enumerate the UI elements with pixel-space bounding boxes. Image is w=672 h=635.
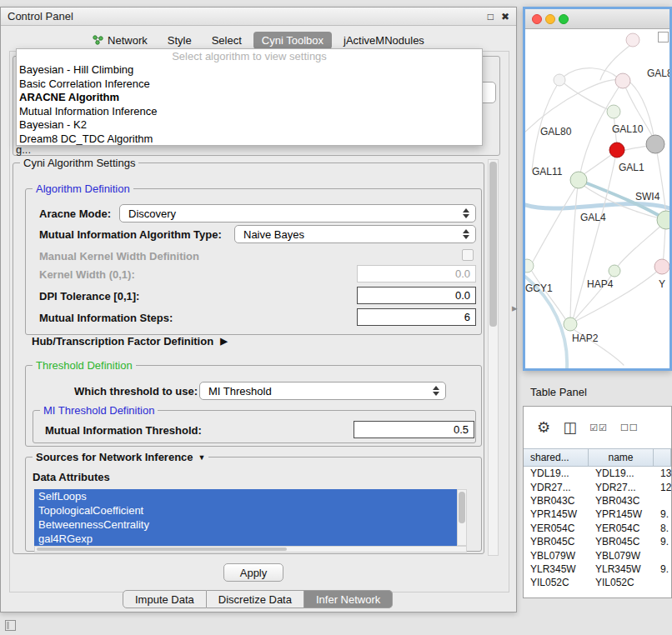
- settings-scrollbar[interactable]: [488, 159, 499, 556]
- network-node[interactable]: [615, 73, 630, 88]
- network-node[interactable]: [609, 265, 620, 277]
- table-row[interactable]: YLR345WYLR345W9.: [524, 562, 671, 576]
- splitter-collapse-icon[interactable]: ▸: [512, 302, 518, 314]
- network-node[interactable]: [564, 318, 577, 331]
- attributes-vertical-scrollbar[interactable]: [457, 489, 467, 546]
- zoom-traffic-light-icon[interactable]: [559, 14, 569, 24]
- table-row[interactable]: YDL19...YDL19...13: [524, 467, 671, 480]
- table-row[interactable]: YPR145WYPR145W9.: [524, 508, 671, 521]
- network-node[interactable]: [609, 142, 624, 158]
- table-row[interactable]: YDR27...YDR27...12: [524, 480, 671, 493]
- attribute-item[interactable]: TopologicalCoefficient: [34, 503, 457, 518]
- attributes-horizontal-scrollbar[interactable]: [34, 546, 467, 552]
- attribute-item[interactable]: SelfLoops: [34, 489, 457, 503]
- table-body: YDL19...YDL19...13YDR27...YDR27...12YBR0…: [524, 467, 671, 598]
- which-threshold-combo[interactable]: MI Threshold: [199, 382, 446, 400]
- network-edge[interactable]: [663, 225, 665, 263]
- network-view-window: GAL8GAL80GAL10GAL11GAL1SWI4GAL4GCY1HAP4Y…: [523, 7, 672, 371]
- network-node[interactable]: [554, 74, 565, 86]
- scrollbar-thumb[interactable]: [37, 548, 287, 551]
- sources-title-label: Sources for Network Inference: [36, 451, 193, 463]
- column-header-name[interactable]: name: [589, 449, 654, 466]
- node-label: GAL10: [612, 123, 644, 135]
- group-title: Algorithm Definition: [33, 182, 133, 195]
- cyni-algorithm-settings-group: Cyni Algorithm Settings Algorithm Defini…: [13, 162, 484, 554]
- network-graph[interactable]: GAL8GAL80GAL10GAL11GAL1SWI4GAL4GCY1HAP4Y…: [525, 30, 669, 368]
- tab-label: Cyni Toolbox: [262, 34, 323, 47]
- network-node[interactable]: [570, 172, 587, 188]
- close-icon[interactable]: ✖: [501, 12, 509, 22]
- close-traffic-light-icon[interactable]: [532, 14, 542, 24]
- panel-toggle-icon[interactable]: [5, 620, 16, 631]
- algorithm-option[interactable]: Bayesian - Hill Climbing: [17, 63, 482, 78]
- network-node[interactable]: [646, 135, 664, 153]
- tab-style[interactable]: Style: [159, 32, 200, 49]
- node-label: GAL11: [532, 166, 563, 178]
- control-panel-titlebar[interactable]: Control Panel □ ✖: [1, 8, 516, 26]
- table-cell: 9.: [654, 508, 671, 520]
- tab-infer-network[interactable]: Infer Network: [304, 590, 393, 608]
- network-node[interactable]: [607, 105, 620, 118]
- algorithm-option[interactable]: Dream8 DC_TDC Algorithm: [17, 132, 482, 146]
- network-node[interactable]: [626, 33, 639, 47]
- attribute-item[interactable]: gal4RGexp: [34, 532, 457, 546]
- hub-definition-section[interactable]: Hub/Transcription Factor Definition ▶: [32, 335, 228, 348]
- network-edge[interactable]: [532, 185, 577, 263]
- column-header-shared[interactable]: shared...: [524, 449, 589, 466]
- network-node[interactable]: [525, 259, 534, 272]
- tab-label: Select: [212, 34, 242, 47]
- mi-threshold-field[interactable]: 0.5: [354, 421, 474, 438]
- aracne-mode-combo[interactable]: Discovery: [119, 204, 476, 222]
- network-window-titlebar[interactable]: [525, 9, 669, 29]
- mi-algorithm-type-combo[interactable]: Naive Bayes: [234, 225, 476, 243]
- manual-kernel-checkbox[interactable]: [462, 249, 474, 261]
- attribute-item[interactable]: BetweennessCentrality: [34, 518, 457, 532]
- select-all-checkboxes-icon[interactable]: ☑☑: [589, 423, 608, 432]
- sources-group: Sources for Network Inference ▼ Data Att…: [25, 457, 482, 552]
- tab-jactivemnodules[interactable]: jActiveMNodules: [335, 32, 433, 49]
- network-edge[interactable]: [525, 80, 619, 132]
- table-cell: YIL052C: [524, 577, 589, 588]
- collapse-arrow-icon[interactable]: ▼: [198, 453, 206, 462]
- data-attributes-list[interactable]: SelfLoopsTopologicalCoefficientBetweenne…: [34, 489, 457, 546]
- tab-label: Infer Network: [316, 593, 380, 606]
- column-header-extra[interactable]: [654, 449, 671, 466]
- table-row[interactable]: YBR043CYBR043C: [524, 494, 671, 508]
- table-row[interactable]: YBL079WYBL079W: [524, 548, 671, 562]
- network-edge[interactable]: [600, 43, 633, 80]
- algorithm-popup-placeholder[interactable]: Select algorithm to view settings: [17, 49, 482, 63]
- clear-checkboxes-icon[interactable]: ☐☐: [620, 423, 639, 432]
- network-node[interactable]: [654, 259, 669, 274]
- algorithm-option[interactable]: Bayesian - K2: [17, 118, 482, 132]
- tab-network[interactable]: Network: [84, 32, 156, 49]
- table-row[interactable]: YIL052CYIL052C: [524, 576, 671, 589]
- tab-discretize-data[interactable]: Discretize Data: [207, 590, 304, 608]
- apply-button[interactable]: Apply: [223, 563, 283, 582]
- float-window-icon[interactable]: □: [488, 12, 494, 22]
- network-edge[interactable]: [564, 68, 619, 78]
- table-row[interactable]: YBR045CYBR045C9.: [524, 535, 671, 548]
- columns-icon[interactable]: ◫: [563, 420, 577, 435]
- algorithm-option[interactable]: Basic Correlation Inference: [17, 78, 482, 92]
- scrollbar-thumb[interactable]: [489, 162, 497, 327]
- tab-impute-data[interactable]: Impute Data: [123, 590, 207, 608]
- mi-steps-field[interactable]: 6: [357, 308, 476, 326]
- tab-cyni-toolbox[interactable]: Cyni Toolbox: [253, 32, 332, 49]
- network-edge[interactable]: [531, 270, 567, 322]
- data-attributes-label: Data Attributes: [33, 471, 110, 483]
- tab-select[interactable]: Select: [203, 32, 250, 49]
- scrollbar-thumb[interactable]: [459, 492, 465, 523]
- expand-arrow-icon[interactable]: ▶: [220, 336, 227, 347]
- kernel-width-field[interactable]: 0.0: [357, 265, 476, 282]
- algorithm-option[interactable]: ARACNE Algorithm: [17, 91, 482, 105]
- gear-icon[interactable]: ⚙: [537, 420, 550, 435]
- birdseye-box[interactable]: [658, 32, 669, 42]
- network-edge[interactable]: [562, 82, 609, 110]
- network-edge[interactable]: [580, 155, 611, 177]
- minimize-traffic-light-icon[interactable]: [545, 14, 555, 24]
- algorithm-popup: Select algorithm to view settings Bayesi…: [16, 48, 483, 146]
- table-row[interactable]: YER054CYER054C8.: [524, 522, 671, 535]
- table-cell: YPR145W: [589, 508, 654, 520]
- dpi-tolerance-field[interactable]: 0.0: [357, 287, 476, 304]
- algorithm-option[interactable]: Mutual Information Inference: [17, 105, 482, 119]
